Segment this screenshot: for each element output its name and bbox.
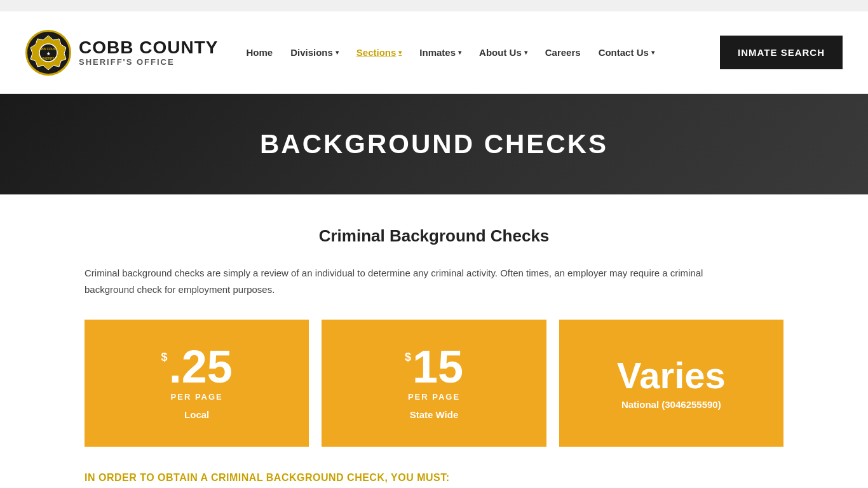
logo-sub: SHERIFF'S OFFICE — [79, 58, 218, 67]
site-header: COBB COUNTY ★ SHERIFF COBB COUNTY SHERIF… — [0, 11, 868, 94]
chevron-down-icon: ▾ — [336, 49, 339, 56]
logo-name: COBB COUNTY — [79, 38, 218, 58]
hero-title: BACKGROUND CHECKS — [13, 129, 855, 159]
price-main-state: $ 15 — [405, 346, 463, 388]
per-page-state: PER PAGE — [408, 392, 460, 402]
inmate-search-button[interactable]: INMATE SEARCH — [720, 36, 843, 69]
price-value-local: .25 — [169, 346, 233, 388]
nav-item-contact-us[interactable]: Contact Us ▾ — [590, 11, 663, 94]
price-cards-container: $ .25 PER PAGE Local $ 15 PER PAGE State… — [85, 320, 783, 447]
top-bar — [0, 0, 868, 11]
price-super-local: $ — [161, 351, 168, 363]
per-page-local: PER PAGE — [171, 392, 223, 402]
nav-item-careers[interactable]: Careers — [536, 11, 590, 94]
hero-banner: BACKGROUND CHECKS — [0, 94, 868, 194]
svg-text:★: ★ — [46, 51, 51, 56]
card-label-state: State Wide — [410, 409, 459, 420]
logo-badge: COBB COUNTY ★ SHERIFF — [25, 30, 71, 76]
svg-text:COBB COUNTY: COBB COUNTY — [36, 47, 60, 51]
nav-item-sections[interactable]: Sections ▾ — [348, 11, 411, 94]
nav-item-about-us[interactable]: About Us ▾ — [470, 11, 536, 94]
chevron-down-icon: ▾ — [651, 49, 654, 56]
svg-text:SHERIFF: SHERIFF — [42, 57, 55, 60]
nav-item-divisions[interactable]: Divisions ▾ — [281, 11, 348, 94]
nav-item-inmates[interactable]: Inmates ▾ — [410, 11, 470, 94]
price-card-state: $ 15 PER PAGE State Wide — [322, 320, 546, 447]
card-label-local: Local — [184, 409, 209, 420]
card-label-national: National (3046255590) — [621, 399, 721, 410]
section-description: Criminal background checks are simply a … — [85, 265, 720, 297]
chevron-down-icon: ▾ — [524, 49, 527, 56]
price-main-local: $ .25 — [161, 346, 233, 388]
main-nav: Home Divisions ▾ Sections ▾ Inmates ▾ Ab… — [237, 11, 720, 94]
logo-text-block: COBB COUNTY SHERIFF'S OFFICE — [79, 38, 218, 67]
section-title: Criminal Background Checks — [85, 226, 783, 246]
price-value-state: 15 — [412, 346, 463, 388]
chevron-down-icon: ▾ — [458, 49, 461, 56]
price-varies-national: Varies — [617, 357, 726, 394]
price-card-national: Varies National (3046255590) — [559, 320, 783, 447]
price-card-local: $ .25 PER PAGE Local — [85, 320, 309, 447]
price-super-state: $ — [405, 351, 411, 363]
requirements-title: IN ORDER TO OBTAIN A CRIMINAL BACKGROUND… — [85, 472, 783, 484]
main-content: Criminal Background Checks Criminal back… — [59, 194, 809, 488]
site-logo[interactable]: COBB COUNTY ★ SHERIFF COBB COUNTY SHERIF… — [25, 30, 218, 76]
chevron-down-icon: ▾ — [398, 49, 402, 56]
nav-item-home[interactable]: Home — [237, 11, 281, 94]
